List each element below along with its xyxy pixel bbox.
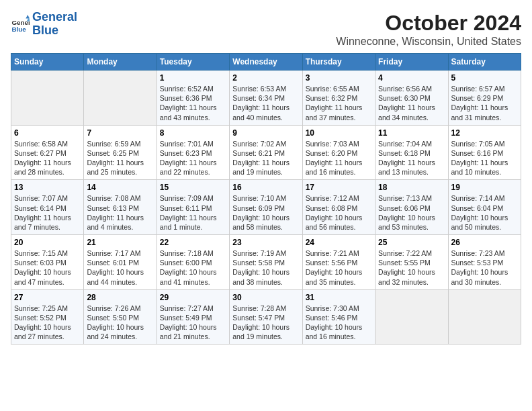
day-number: 21 [87, 238, 153, 247]
day-number: 31 [306, 293, 372, 302]
calendar-cell: 8Sunrise: 7:01 AM Sunset: 6:23 PM Daylig… [157, 125, 229, 180]
calendar-cell: 10Sunrise: 7:03 AM Sunset: 6:20 PM Dayli… [302, 125, 375, 180]
day-number: 3 [306, 73, 372, 83]
day-number: 25 [378, 238, 445, 247]
day-number: 8 [160, 128, 226, 138]
day-number: 15 [160, 183, 226, 192]
day-number: 18 [378, 183, 445, 192]
column-header-monday: Monday [84, 54, 157, 71]
day-number: 19 [451, 183, 518, 192]
day-detail: Sunrise: 7:14 AM Sunset: 6:04 PM Dayligh… [451, 193, 518, 232]
column-header-tuesday: Tuesday [157, 54, 229, 71]
column-header-thursday: Thursday [302, 54, 375, 71]
day-detail: Sunrise: 7:05 AM Sunset: 6:16 PM Dayligh… [451, 139, 518, 177]
calendar-cell: 31Sunrise: 7:30 AM Sunset: 5:46 PM Dayli… [302, 289, 375, 345]
calendar-cell: 21Sunrise: 7:17 AM Sunset: 6:01 PM Dayli… [84, 235, 157, 290]
day-number: 13 [14, 183, 81, 192]
calendar-cell: 15Sunrise: 7:09 AM Sunset: 6:11 PM Dayli… [157, 180, 229, 235]
day-number: 14 [87, 183, 153, 192]
column-header-sunday: Sunday [11, 54, 84, 71]
day-number: 20 [14, 238, 81, 247]
day-number: 27 [14, 293, 81, 302]
day-detail: Sunrise: 6:52 AM Sunset: 6:36 PM Dayligh… [160, 84, 226, 122]
calendar-cell: 11Sunrise: 7:04 AM Sunset: 6:18 PM Dayli… [375, 125, 448, 180]
calendar-cell [84, 71, 157, 126]
page-header: General Blue General Blue October 2024 W… [11, 11, 521, 48]
day-detail: Sunrise: 7:28 AM Sunset: 5:47 PM Dayligh… [232, 304, 299, 342]
logo-icon: General Blue [11, 15, 30, 34]
day-detail: Sunrise: 7:22 AM Sunset: 5:55 PM Dayligh… [378, 248, 445, 287]
day-detail: Sunrise: 7:01 AM Sunset: 6:23 PM Dayligh… [160, 139, 226, 177]
day-detail: Sunrise: 7:27 AM Sunset: 5:49 PM Dayligh… [160, 304, 226, 342]
calendar-cell [448, 289, 521, 345]
calendar-cell: 16Sunrise: 7:10 AM Sunset: 6:09 PM Dayli… [230, 180, 302, 235]
day-detail: Sunrise: 6:57 AM Sunset: 6:29 PM Dayligh… [451, 84, 518, 122]
calendar-cell: 22Sunrise: 7:18 AM Sunset: 6:00 PM Dayli… [157, 235, 229, 290]
logo-text: General Blue [32, 11, 77, 38]
day-detail: Sunrise: 7:12 AM Sunset: 6:08 PM Dayligh… [306, 193, 372, 232]
day-detail: Sunrise: 7:07 AM Sunset: 6:14 PM Dayligh… [14, 193, 81, 232]
day-detail: Sunrise: 6:59 AM Sunset: 6:25 PM Dayligh… [87, 139, 153, 177]
calendar-cell: 5Sunrise: 6:57 AM Sunset: 6:29 PM Daylig… [448, 71, 521, 126]
title-block: October 2024 Winneconne, Wisconsin, Unit… [336, 11, 521, 48]
day-detail: Sunrise: 6:58 AM Sunset: 6:27 PM Dayligh… [14, 139, 81, 177]
day-number: 5 [451, 73, 518, 83]
calendar-cell: 28Sunrise: 7:26 AM Sunset: 5:50 PM Dayli… [84, 289, 157, 345]
day-detail: Sunrise: 7:09 AM Sunset: 6:11 PM Dayligh… [160, 193, 226, 232]
day-number: 26 [451, 238, 518, 247]
day-number: 17 [306, 183, 372, 192]
day-number: 22 [160, 238, 226, 247]
svg-text:Blue: Blue [11, 26, 26, 33]
calendar-cell: 29Sunrise: 7:27 AM Sunset: 5:49 PM Dayli… [157, 289, 229, 345]
day-number: 16 [232, 183, 299, 192]
day-number: 12 [451, 128, 518, 138]
calendar-cell [11, 71, 84, 126]
calendar-cell: 24Sunrise: 7:21 AM Sunset: 5:56 PM Dayli… [302, 235, 375, 290]
day-detail: Sunrise: 7:08 AM Sunset: 6:13 PM Dayligh… [87, 193, 153, 232]
logo: General Blue General Blue [11, 11, 77, 38]
page-title: October 2024 [336, 11, 521, 36]
day-detail: Sunrise: 7:18 AM Sunset: 6:00 PM Dayligh… [160, 248, 226, 287]
day-number: 11 [378, 128, 445, 138]
calendar-cell: 6Sunrise: 6:58 AM Sunset: 6:27 PM Daylig… [11, 125, 84, 180]
calendar-cell: 27Sunrise: 7:25 AM Sunset: 5:52 PM Dayli… [11, 289, 84, 345]
day-detail: Sunrise: 7:25 AM Sunset: 5:52 PM Dayligh… [14, 304, 81, 342]
day-number: 23 [232, 238, 299, 247]
calendar-cell: 18Sunrise: 7:13 AM Sunset: 6:06 PM Dayli… [375, 180, 448, 235]
day-detail: Sunrise: 7:02 AM Sunset: 6:21 PM Dayligh… [232, 139, 299, 177]
calendar-cell: 14Sunrise: 7:08 AM Sunset: 6:13 PM Dayli… [84, 180, 157, 235]
calendar-cell: 7Sunrise: 6:59 AM Sunset: 6:25 PM Daylig… [84, 125, 157, 180]
day-number: 10 [306, 128, 372, 138]
day-detail: Sunrise: 7:17 AM Sunset: 6:01 PM Dayligh… [87, 248, 153, 287]
day-detail: Sunrise: 7:10 AM Sunset: 6:09 PM Dayligh… [232, 193, 299, 232]
day-detail: Sunrise: 6:53 AM Sunset: 6:34 PM Dayligh… [232, 84, 299, 122]
calendar-cell: 19Sunrise: 7:14 AM Sunset: 6:04 PM Dayli… [448, 180, 521, 235]
calendar-cell: 1Sunrise: 6:52 AM Sunset: 6:36 PM Daylig… [157, 71, 229, 126]
calendar-cell [375, 289, 448, 345]
calendar-cell: 13Sunrise: 7:07 AM Sunset: 6:14 PM Dayli… [11, 180, 84, 235]
day-detail: Sunrise: 7:15 AM Sunset: 6:03 PM Dayligh… [14, 248, 81, 287]
day-number: 2 [232, 73, 299, 83]
day-number: 28 [87, 293, 153, 302]
day-detail: Sunrise: 7:04 AM Sunset: 6:18 PM Dayligh… [378, 139, 445, 177]
day-detail: Sunrise: 7:26 AM Sunset: 5:50 PM Dayligh… [87, 304, 153, 342]
column-header-friday: Friday [375, 54, 448, 71]
calendar-cell: 26Sunrise: 7:23 AM Sunset: 5:53 PM Dayli… [448, 235, 521, 290]
day-number: 6 [14, 128, 81, 138]
calendar-table: SundayMondayTuesdayWednesdayThursdayFrid… [11, 53, 521, 345]
calendar-cell: 12Sunrise: 7:05 AM Sunset: 6:16 PM Dayli… [448, 125, 521, 180]
day-number: 7 [87, 128, 153, 138]
calendar-cell: 25Sunrise: 7:22 AM Sunset: 5:55 PM Dayli… [375, 235, 448, 290]
calendar-cell: 20Sunrise: 7:15 AM Sunset: 6:03 PM Dayli… [11, 235, 84, 290]
calendar-cell: 3Sunrise: 6:55 AM Sunset: 6:32 PM Daylig… [302, 71, 375, 126]
calendar-cell: 17Sunrise: 7:12 AM Sunset: 6:08 PM Dayli… [302, 180, 375, 235]
day-number: 1 [160, 73, 226, 83]
day-detail: Sunrise: 6:55 AM Sunset: 6:32 PM Dayligh… [306, 84, 372, 122]
day-detail: Sunrise: 7:03 AM Sunset: 6:20 PM Dayligh… [306, 139, 372, 177]
page-subtitle: Winneconne, Wisconsin, United States [336, 36, 521, 48]
day-detail: Sunrise: 6:56 AM Sunset: 6:30 PM Dayligh… [378, 84, 445, 122]
day-number: 30 [232, 293, 299, 302]
day-detail: Sunrise: 7:30 AM Sunset: 5:46 PM Dayligh… [306, 304, 372, 342]
calendar-cell: 23Sunrise: 7:19 AM Sunset: 5:58 PM Dayli… [230, 235, 302, 290]
day-number: 4 [378, 73, 445, 83]
